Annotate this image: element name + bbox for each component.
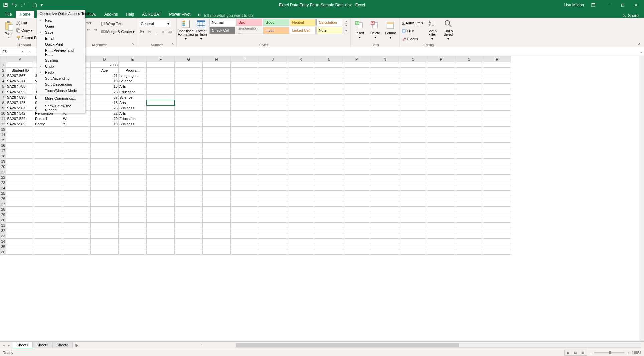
cell[interactable]	[203, 89, 231, 95]
cell[interactable]	[175, 175, 203, 180]
cell[interactable]	[91, 217, 119, 223]
cell[interactable]	[203, 185, 231, 191]
cell[interactable]	[62, 191, 91, 196]
cell[interactable]	[147, 169, 175, 175]
cell[interactable]	[91, 148, 119, 153]
cell[interactable]: Arts	[119, 84, 147, 89]
cell[interactable]	[34, 153, 62, 159]
cell[interactable]	[287, 201, 315, 207]
cell[interactable]	[455, 201, 483, 207]
cell[interactable]	[231, 196, 259, 201]
cell[interactable]	[91, 201, 119, 207]
cell[interactable]	[455, 95, 483, 100]
cell[interactable]: 22	[91, 111, 119, 116]
cell[interactable]	[315, 217, 343, 223]
cell[interactable]	[203, 111, 231, 116]
cell[interactable]	[175, 62, 203, 68]
cell[interactable]	[315, 196, 343, 201]
cell[interactable]	[203, 62, 231, 68]
gallery-down-icon[interactable]: ▼	[344, 24, 348, 28]
cell[interactable]	[231, 105, 259, 111]
cell[interactable]	[203, 121, 231, 127]
cell[interactable]	[147, 228, 175, 233]
cell[interactable]	[147, 116, 175, 121]
row-header[interactable]: 19	[0, 159, 6, 164]
cell[interactable]	[203, 233, 231, 239]
cell[interactable]	[147, 153, 175, 159]
cell[interactable]	[343, 105, 371, 111]
cell[interactable]	[287, 127, 315, 132]
cell[interactable]	[259, 223, 287, 228]
cell[interactable]	[34, 159, 62, 164]
cell[interactable]: SA267-987	[6, 105, 34, 111]
cell[interactable]	[343, 191, 371, 196]
cell[interactable]	[62, 132, 91, 137]
cell[interactable]	[119, 228, 147, 233]
cell[interactable]	[483, 212, 511, 217]
cell[interactable]	[315, 89, 343, 95]
cell[interactable]	[315, 180, 343, 185]
cell[interactable]	[203, 78, 231, 84]
cell[interactable]	[259, 105, 287, 111]
cell[interactable]	[175, 244, 203, 249]
cell[interactable]	[399, 159, 427, 164]
cell[interactable]	[483, 159, 511, 164]
cell[interactable]	[399, 73, 427, 78]
cell[interactable]	[203, 68, 231, 73]
cell[interactable]	[483, 223, 511, 228]
cell[interactable]	[6, 137, 34, 143]
cell[interactable]: Y.	[62, 121, 91, 127]
cell[interactable]	[371, 78, 399, 84]
cell[interactable]	[427, 217, 455, 223]
cell[interactable]	[427, 196, 455, 201]
cell[interactable]	[343, 95, 371, 100]
row-header[interactable]: 16	[0, 143, 6, 148]
cell[interactable]	[399, 62, 427, 68]
cell[interactable]	[203, 196, 231, 201]
cell[interactable]	[427, 159, 455, 164]
ribbon-tab-file[interactable]: File	[1, 11, 16, 18]
cell[interactable]	[6, 159, 34, 164]
cell[interactable]	[399, 201, 427, 207]
qat-menu-item-undo[interactable]: ✓Undo	[37, 63, 85, 69]
row-header[interactable]: 32	[0, 228, 6, 233]
cell[interactable]	[119, 175, 147, 180]
cell[interactable]	[427, 132, 455, 137]
cell[interactable]	[147, 121, 175, 127]
cell[interactable]	[287, 239, 315, 244]
cell[interactable]	[343, 223, 371, 228]
cell[interactable]	[427, 78, 455, 84]
cell[interactable]	[147, 62, 175, 68]
cell[interactable]	[483, 132, 511, 137]
maximize-icon[interactable]: ◻	[616, 0, 629, 10]
column-header[interactable]: K	[287, 56, 315, 62]
cell[interactable]	[343, 62, 371, 68]
cell[interactable]	[483, 148, 511, 153]
cell[interactable]	[315, 207, 343, 212]
cell[interactable]	[203, 201, 231, 207]
cell[interactable]	[119, 185, 147, 191]
cell[interactable]	[287, 95, 315, 100]
cell[interactable]	[371, 95, 399, 100]
cell[interactable]	[371, 164, 399, 169]
cell[interactable]	[203, 148, 231, 153]
cell[interactable]	[315, 233, 343, 239]
cell[interactable]	[371, 175, 399, 180]
cell[interactable]	[371, 201, 399, 207]
cell[interactable]	[427, 121, 455, 127]
cell[interactable]	[6, 244, 34, 249]
cell[interactable]	[231, 223, 259, 228]
cell[interactable]	[455, 244, 483, 249]
cell[interactable]	[399, 95, 427, 100]
cell[interactable]	[427, 223, 455, 228]
cell[interactable]	[147, 223, 175, 228]
cell[interactable]	[259, 116, 287, 121]
cell[interactable]	[483, 207, 511, 212]
cell[interactable]	[287, 244, 315, 249]
qat-menu-item-touch-mouse-mode[interactable]: Touch/Mouse Mode	[37, 87, 85, 94]
cell[interactable]	[315, 84, 343, 89]
increase-indent-icon[interactable]: ⇥	[92, 27, 98, 33]
cell[interactable]	[231, 201, 259, 207]
cell[interactable]	[259, 68, 287, 73]
sheet-nav-prev-icon[interactable]: ◂	[1, 343, 6, 348]
